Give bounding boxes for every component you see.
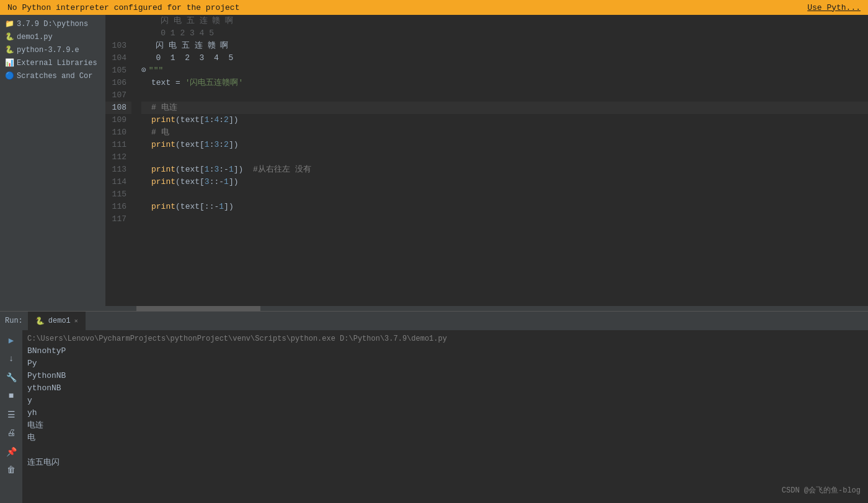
code-editor[interactable]: 闪 电 五 连 赣 啊 0 1 2 3 4 5 ⊙""" text = '闪电五… (136, 40, 868, 306)
console-out-2-text: Py (27, 357, 37, 370)
code-line-116: print(text[::-1]) (141, 201, 868, 213)
code-113-n3: 1 (229, 164, 234, 176)
gutter-108: 108 (105, 102, 131, 114)
code-111-b1: ( (175, 139, 180, 151)
sidebar-python379-label: python-3.7.9.e (17, 46, 79, 55)
code-113-comment: #从右往左 没有 (243, 164, 311, 176)
library-icon: 📊 (5, 58, 14, 68)
print-button[interactable]: 🖨 (4, 426, 19, 440)
code-113-neg: - (224, 164, 229, 176)
code-114-b2: [ (200, 176, 205, 188)
sidebar-item-python379[interactable]: 🐍 python-3.7.9.e (0, 43, 105, 56)
code-109-fn: print (151, 114, 175, 126)
gutter-114: 114 (105, 176, 131, 188)
code-116-neg: - (214, 201, 219, 213)
console-output: C:\Users\Lenovo\PycharmProjects\pythonPr… (22, 330, 868, 503)
run-tab-close[interactable]: ✕ (74, 317, 78, 325)
sidebar-demo1-label: demo1.py (17, 33, 53, 42)
console-out-5-text: y (27, 395, 32, 407)
console-cmd-line: C:\Users\Lenovo\PycharmProjects\pythonPr… (27, 333, 863, 345)
code-116-b2: [ (200, 201, 205, 213)
code-111-fn: print (151, 139, 175, 151)
code-103-content: 闪 电 五 连 赣 啊 (141, 40, 228, 52)
run-tab-bar: Run: 🐍 demo1 ✕ (0, 312, 868, 330)
code-106-op: = (170, 77, 185, 89)
code-116-n1: 1 (219, 201, 224, 213)
code-111-n1: 1 (205, 139, 210, 151)
scroll-down-button[interactable]: ↓ (4, 351, 19, 366)
run-tab-demo1[interactable]: 🐍 demo1 ✕ (28, 312, 86, 330)
code-105-content: """ (149, 64, 163, 77)
warning-bar: No Python interpreter configured for the… (0, 0, 868, 15)
console-out-10-text: 连五电闪 (27, 457, 60, 469)
sidebar-item-project[interactable]: 📁 3.7.9 D:\pythons (0, 17, 105, 30)
ruler-nums-row: 0 1 2 3 4 5 (105, 27, 868, 40)
code-line-114: print(text[3::-1]) (141, 176, 868, 188)
code-114-var: text (180, 176, 200, 188)
editor-scrollbar-thumb[interactable] (136, 306, 260, 311)
code-111-b2: [ (200, 139, 205, 151)
code-113-c1: : (210, 164, 215, 176)
warning-message: No Python interpreter configured for the… (7, 3, 239, 12)
code-114-b3: ]) (229, 176, 239, 188)
console-out-9 (27, 444, 863, 457)
code-line-109: print(text[1:4:2]) (141, 114, 868, 126)
scratches-icon: 🔵 (5, 71, 14, 81)
run-button[interactable]: ▶ (4, 333, 19, 348)
code-line-115 (141, 188, 868, 201)
stop-button[interactable]: ■ (4, 388, 19, 403)
gutter-112: 112 (105, 151, 131, 164)
code-116-fn: print (151, 201, 175, 213)
settings-button[interactable]: 🔧 (4, 370, 19, 385)
code-108-comment: # 电连 (151, 102, 177, 114)
code-110-comment: # 电 (151, 126, 169, 139)
sidebar-item-demo1[interactable]: 🐍 demo1.py (0, 30, 105, 43)
run-tab-python-icon: 🐍 (35, 317, 45, 326)
console-out-8-text: 电 (27, 432, 35, 444)
sidebar-scratches-label: Scratches and Cor (17, 72, 92, 81)
code-line-103: 闪 电 五 连 赣 啊 (141, 40, 868, 52)
code-106-str: '闪电五连赣啊' (185, 77, 244, 89)
code-109-b1: ( (175, 114, 180, 126)
code-114-fn: print (151, 176, 175, 188)
console-out-4: ythonNB (27, 382, 863, 395)
code-109-c2: : (219, 114, 224, 126)
code-113-b3: ]) (234, 164, 244, 176)
code-109-var: text (180, 114, 200, 126)
ruler-nums-gutter (105, 27, 136, 40)
console-out-4-text: ythonNB (27, 382, 61, 395)
list-button[interactable]: ☰ (4, 407, 19, 422)
pin-button[interactable]: 📌 (4, 444, 19, 459)
code-114-n1: 3 (205, 176, 210, 188)
console-out-6-text: yh (27, 407, 37, 419)
bookmark-105: ⊙ (141, 64, 146, 77)
code-114-b1: ( (175, 176, 180, 188)
code-113-b1: ( (175, 164, 180, 176)
sidebar-item-scratches[interactable]: 🔵 Scratches and Cor (0, 69, 105, 82)
code-113-c2: : (219, 164, 224, 176)
console-out-9-text (27, 444, 32, 457)
folder-icon: 📁 (5, 19, 14, 28)
code-111-n3: 2 (224, 139, 229, 151)
code-109-b2: [ (200, 114, 205, 126)
code-109-n1: 1 (205, 114, 210, 126)
gutter-106: 106 (105, 77, 131, 89)
use-python-link[interactable]: Use Pyth... (807, 3, 861, 12)
gutter-111: 111 (105, 139, 131, 151)
console-out-3: PythonNB (27, 370, 863, 382)
code-line-105: ⊙""" (141, 64, 868, 77)
code-104-content: 0 1 2 3 4 5 (141, 52, 233, 64)
console-out-2: Py (27, 357, 863, 370)
code-116-c1: :: (205, 201, 215, 213)
sidebar-item-external[interactable]: 📊 External Libraries (0, 56, 105, 69)
editor-area: 闪 电 五 连 赣 啊 0 1 2 3 4 5 103 104 105 106 … (105, 15, 868, 311)
console-out-5: y (27, 395, 863, 407)
gutter-103: 103 (105, 40, 131, 52)
code-116-b3: ]) (224, 201, 234, 213)
ruler-chars: 闪 电 五 连 赣 啊 (136, 15, 233, 27)
code-114-neg: - (219, 176, 224, 188)
editor-scrollbar[interactable] (105, 306, 868, 311)
trash-button[interactable]: 🗑 (4, 463, 19, 478)
gutter-110: 110 (105, 126, 131, 139)
code-line-104: 0 1 2 3 4 5 (141, 52, 868, 64)
